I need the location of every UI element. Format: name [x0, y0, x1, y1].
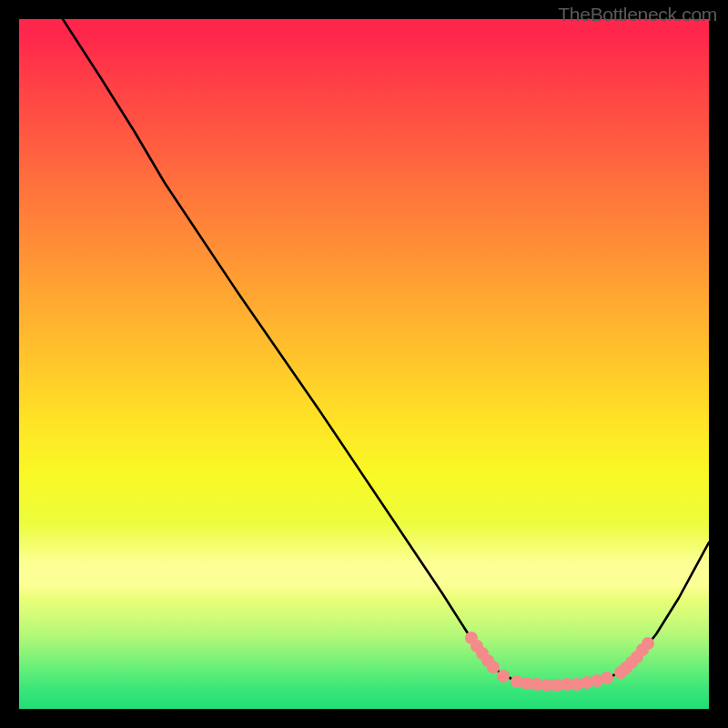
svg-point-5 — [497, 670, 510, 682]
attribution-label: TheBottleneck.com — [558, 4, 717, 25]
chart-plot-area — [19, 19, 709, 709]
svg-point-21 — [642, 637, 654, 650]
chart-svg-layer — [19, 19, 709, 709]
optimal-marker-group — [465, 632, 654, 692]
svg-point-15 — [601, 672, 613, 684]
bottleneck-curve — [63, 19, 709, 685]
svg-point-4 — [487, 661, 500, 673]
